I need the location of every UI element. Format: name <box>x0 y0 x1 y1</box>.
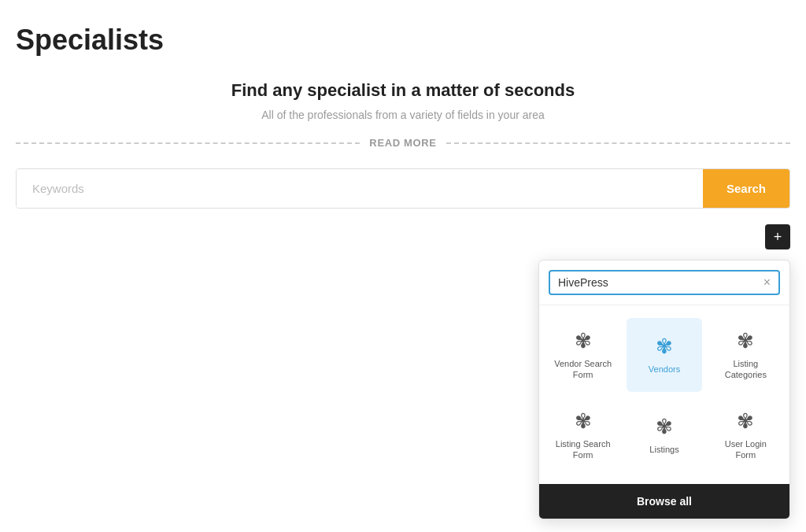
hero-subtext: All of the professionals from a variety … <box>16 109 790 121</box>
user-login-form-icon: ✾ <box>737 409 754 434</box>
popup-item-vendor-search-form[interactable]: ✾ Vendor Search Form <box>545 318 620 392</box>
listing-categories-icon: ✾ <box>737 329 754 353</box>
popup-item-listing-categories[interactable]: ✾ Listing Categories <box>708 318 783 392</box>
listings-icon: ✾ <box>656 415 673 439</box>
vendor-search-form-icon: ✾ <box>575 329 592 353</box>
listing-search-form-label: Listing Search Form <box>553 438 612 461</box>
listing-search-form-icon: ✾ <box>575 409 592 434</box>
browse-all-button[interactable]: Browse all <box>539 484 789 519</box>
add-block-button[interactable]: + <box>765 224 790 249</box>
popup-search-input[interactable] <box>558 276 763 289</box>
popup-items-grid: ✾ Vendor Search Form ✾ Vendors ✾ Listing… <box>539 305 789 484</box>
listings-label: Listings <box>649 444 678 455</box>
popup-item-listings[interactable]: ✾ Listings <box>627 398 701 472</box>
user-login-form-label: User Login Form <box>716 438 775 461</box>
page-title: Specialists <box>16 24 790 57</box>
vendor-search-form-label: Vendor Search Form <box>553 358 612 381</box>
hero-heading: Find any specialist in a matter of secon… <box>16 80 790 101</box>
vendors-label: Vendors <box>649 364 680 375</box>
listing-categories-label: Listing Categories <box>716 358 775 381</box>
block-picker-popup: × ✾ Vendor Search Form ✾ Vendors ✾ Listi… <box>538 260 790 519</box>
popup-search-area: × <box>539 260 789 305</box>
search-button[interactable]: Search <box>703 169 789 208</box>
search-bar: Search <box>16 168 790 209</box>
hero-section: Find any specialist in a matter of secon… <box>16 80 790 121</box>
read-more-divider: READ MORE <box>16 137 790 149</box>
search-input[interactable] <box>17 169 703 208</box>
popup-item-listing-search-form[interactable]: ✾ Listing Search Form <box>545 398 620 472</box>
popup-item-user-login-form[interactable]: ✾ User Login Form <box>708 398 783 472</box>
popup-item-vendors[interactable]: ✾ Vendors <box>627 318 701 392</box>
popup-search-wrapper: × <box>549 270 780 295</box>
read-more-link[interactable]: READ MORE <box>360 137 446 149</box>
popup-clear-button[interactable]: × <box>763 276 771 289</box>
vendors-icon: ✾ <box>656 334 673 359</box>
add-button-container: + <box>16 224 790 249</box>
